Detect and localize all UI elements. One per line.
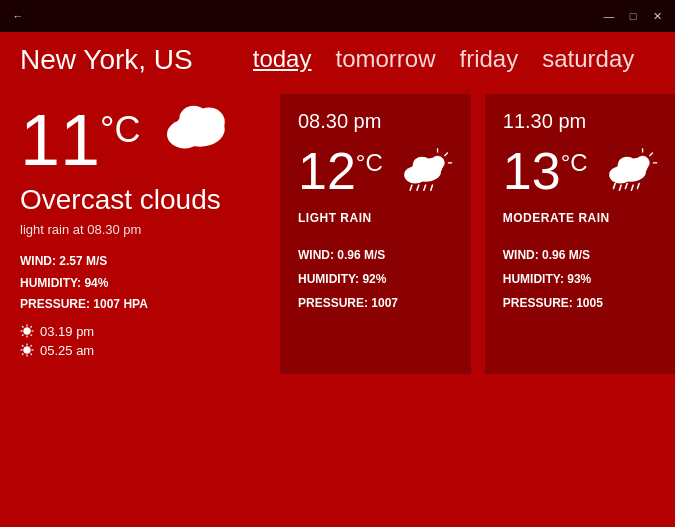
forecast-pressure-2: PRESSURE: 1005	[503, 291, 658, 315]
forecast-stats-2: WIND: 0.96 M/S HUMIDITY: 93% PRESSURE: 1…	[503, 243, 658, 315]
current-temp: 11°C	[20, 104, 141, 176]
titlebar: ← — □ ✕	[0, 0, 675, 32]
sub-description: light rain at 08.30 pm	[20, 222, 260, 237]
left-panel: 11°C Overcast clouds light rain at 08.30…	[20, 94, 260, 517]
forecast-temp-row-1: 12°C	[298, 145, 453, 197]
cloud-icon	[151, 94, 231, 158]
main-content: New York, US today tomorrow friday satur…	[0, 32, 675, 527]
svg-point-3	[179, 106, 207, 131]
forecast-humidity-2: HUMIDITY: 93%	[503, 267, 658, 291]
forecast-icon-1	[393, 146, 453, 196]
svg-line-46	[637, 183, 639, 188]
forecast-stats-1: WIND: 0.96 M/S HUMIDITY: 92% PRESSURE: 1…	[298, 243, 453, 315]
forecast-condition-1: LIGHT RAIN	[298, 211, 453, 225]
svg-point-41	[617, 157, 636, 172]
svg-line-32	[424, 185, 426, 190]
svg-line-19	[31, 354, 32, 355]
forecast-temp-2: 13°C	[503, 145, 588, 197]
forecast-card-2: 11.30 pm 13°C	[485, 94, 675, 374]
sun-times: 03.19 pm 05.25 am	[20, 324, 260, 358]
forecast-wind-1: WIND: 0.96 M/S	[298, 243, 453, 267]
back-button[interactable]: ←	[8, 6, 28, 26]
svg-point-13	[24, 347, 31, 354]
tab-saturday[interactable]: saturday	[542, 45, 634, 75]
svg-line-18	[22, 345, 23, 346]
svg-line-9	[22, 326, 23, 327]
pressure-stat: PRESSURE: 1007 HPA	[20, 294, 260, 316]
svg-line-44	[625, 183, 627, 188]
weather-body: 11°C Overcast clouds light rain at 08.30…	[0, 84, 675, 527]
svg-line-23	[444, 153, 447, 156]
nav-bar: New York, US today tomorrow friday satur…	[0, 32, 675, 84]
tab-today[interactable]: today	[253, 45, 312, 75]
nav-tabs: today tomorrow friday saturday sun	[253, 45, 655, 75]
description: Overcast clouds	[20, 184, 260, 216]
forecast-temp-1: 12°C	[298, 145, 383, 197]
sunrise-time: 03.19 pm	[40, 324, 94, 339]
forecast-temp-row-2: 13°C	[503, 145, 658, 197]
sunset-row: 05.25 am	[20, 343, 260, 358]
svg-line-33	[430, 185, 432, 190]
svg-point-4	[24, 328, 31, 335]
svg-point-29	[412, 157, 431, 172]
svg-line-21	[22, 354, 23, 355]
forecast-wind-2: WIND: 0.96 M/S	[503, 243, 658, 267]
forecast-icon-2	[598, 146, 658, 196]
forecast-humidity-1: HUMIDITY: 92%	[298, 267, 453, 291]
svg-line-45	[631, 185, 633, 190]
sunrise-icon	[20, 324, 34, 338]
maximize-button[interactable]: □	[623, 6, 643, 26]
svg-line-12	[22, 335, 23, 336]
svg-line-30	[410, 185, 412, 190]
current-stats: WIND: 2.57 M/S HUMIDITY: 94% PRESSURE: 1…	[20, 251, 260, 316]
tab-tomorrow[interactable]: tomorrow	[335, 45, 435, 75]
tab-friday[interactable]: friday	[460, 45, 519, 75]
forecast-pressure-1: PRESSURE: 1007	[298, 291, 453, 315]
svg-line-10	[31, 335, 32, 336]
forecast-time-1: 08.30 pm	[298, 110, 453, 133]
forecast-time-2: 11.30 pm	[503, 110, 658, 133]
titlebar-left: ←	[8, 6, 28, 26]
sunrise-row: 03.19 pm	[20, 324, 260, 339]
svg-line-43	[619, 185, 621, 190]
minimize-button[interactable]: —	[599, 6, 619, 26]
right-panel: 08.30 pm 12°C	[280, 94, 675, 517]
humidity-stat: HUMIDITY: 94%	[20, 273, 260, 295]
titlebar-controls: — □ ✕	[599, 6, 667, 26]
wind-stat: WIND: 2.57 M/S	[20, 251, 260, 273]
forecast-card-1: 08.30 pm 12°C	[280, 94, 471, 374]
svg-line-35	[649, 153, 652, 156]
sunset-icon	[20, 343, 34, 357]
forecast-condition-2: MODERATE RAIN	[503, 211, 658, 225]
svg-line-20	[31, 345, 32, 346]
svg-line-11	[31, 326, 32, 327]
sunset-time: 05.25 am	[40, 343, 94, 358]
city-name: New York, US	[20, 44, 193, 76]
svg-line-42	[613, 183, 615, 188]
close-button[interactable]: ✕	[647, 6, 667, 26]
svg-line-31	[417, 185, 419, 190]
